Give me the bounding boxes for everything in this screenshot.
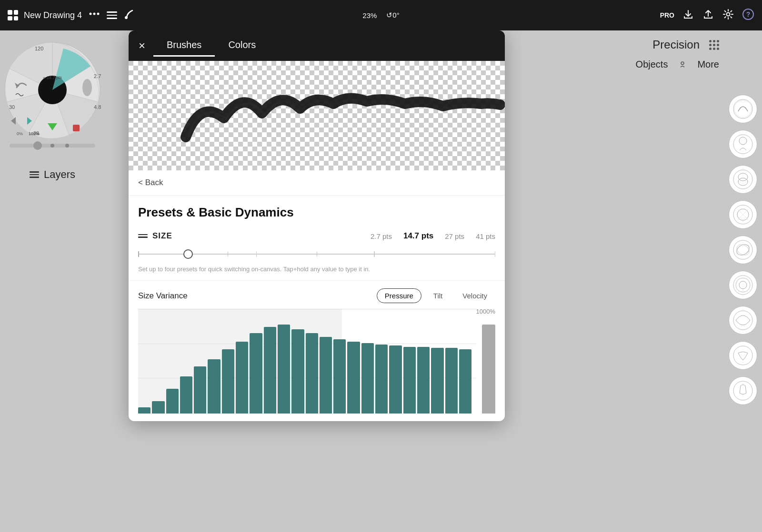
chart-bar bbox=[250, 333, 262, 414]
layers-button[interactable]: Layers bbox=[26, 167, 79, 183]
help-icon[interactable]: ? bbox=[742, 8, 754, 23]
objects-label[interactable]: Objects bbox=[636, 59, 668, 70]
more-label[interactable]: More bbox=[697, 59, 719, 70]
svg-point-2 bbox=[97, 13, 100, 15]
rotation-value[interactable]: ↺0° bbox=[386, 11, 399, 20]
brush-preview-1[interactable] bbox=[729, 95, 757, 123]
svg-point-36 bbox=[736, 278, 750, 292]
back-button[interactable]: < Back bbox=[129, 170, 505, 196]
preset-1[interactable]: 2.7 pts bbox=[371, 232, 392, 240]
svg-text:= 14.7 pts: = 14.7 pts bbox=[43, 75, 62, 80]
brush-preview-8[interactable] bbox=[729, 341, 757, 370]
svg-text:0%: 0% bbox=[17, 131, 23, 136]
back-label: < Back bbox=[138, 178, 163, 187]
chart-bar bbox=[431, 348, 443, 414]
section-title: Presets & Basic Dynamics bbox=[129, 196, 505, 224]
chart-bar bbox=[417, 347, 430, 414]
right-panel-header: Precision bbox=[591, 30, 724, 59]
svg-point-34 bbox=[735, 242, 751, 257]
app-title: New Drawing 4 bbox=[24, 10, 82, 20]
brush-tool-icon[interactable] bbox=[123, 8, 136, 23]
svg-text:2.7: 2.7 bbox=[94, 73, 101, 79]
svg-point-35 bbox=[733, 276, 752, 295]
topbar: New Drawing 4 23% ↺0° PRO ? bbox=[0, 0, 762, 30]
chart-bar bbox=[403, 347, 416, 414]
brush-preview-5[interactable] bbox=[729, 236, 757, 264]
brush-canvas-preview bbox=[129, 61, 505, 170]
tab-colors[interactable]: Colors bbox=[215, 35, 269, 57]
svg-point-37 bbox=[739, 281, 747, 289]
svg-point-4 bbox=[727, 12, 730, 16]
close-icon: × bbox=[139, 39, 145, 52]
brush-preview-2[interactable] bbox=[729, 130, 757, 158]
chart-bar bbox=[236, 342, 248, 414]
chart-bar bbox=[278, 325, 290, 414]
chart-bar bbox=[166, 389, 179, 414]
tab-tilt[interactable]: Tilt bbox=[425, 288, 451, 303]
tab-brushes[interactable]: Brushes bbox=[153, 35, 215, 57]
size-slider[interactable] bbox=[138, 247, 495, 261]
svg-point-26 bbox=[739, 137, 747, 145]
svg-point-1 bbox=[93, 13, 96, 15]
download-icon[interactable] bbox=[682, 8, 694, 23]
size-header: SIZE 2.7 pts 14.7 pts 27 pts 41 pts bbox=[138, 231, 495, 241]
svg-text:120: 120 bbox=[35, 46, 43, 51]
hamburger-icon[interactable] bbox=[107, 11, 117, 19]
size-label: SIZE bbox=[152, 231, 172, 241]
settings-icon[interactable] bbox=[722, 8, 734, 23]
svg-point-0 bbox=[90, 13, 92, 15]
tab-pressure[interactable]: Pressure bbox=[377, 288, 421, 303]
grid-icon[interactable] bbox=[8, 10, 18, 20]
preset-3[interactable]: 27 pts bbox=[445, 232, 464, 240]
chart-bar bbox=[459, 349, 471, 414]
chart-bar bbox=[320, 337, 332, 414]
topbar-right: PRO ? bbox=[400, 8, 754, 23]
chart-bar bbox=[333, 339, 346, 414]
zoom-level[interactable]: 23% bbox=[362, 11, 377, 20]
chart-bar bbox=[152, 401, 164, 414]
svg-rect-45 bbox=[129, 61, 505, 170]
svg-point-32 bbox=[733, 240, 752, 259]
topbar-center: 23% ↺0° bbox=[362, 11, 399, 20]
opacity-slider[interactable] bbox=[10, 144, 95, 148]
svg-marker-21 bbox=[11, 117, 16, 125]
chart-bar bbox=[180, 376, 192, 414]
chart-bar bbox=[208, 359, 220, 414]
brush-preview-6[interactable] bbox=[729, 271, 757, 299]
brush-preview-9[interactable] bbox=[729, 376, 757, 405]
chart-bar bbox=[222, 349, 234, 414]
chart-bar bbox=[347, 342, 360, 414]
brush-preview-7[interactable] bbox=[729, 306, 757, 335]
precision-label: Precision bbox=[652, 38, 700, 51]
preset-2-active[interactable]: 14.7 pts bbox=[403, 231, 433, 241]
preset-4[interactable]: 41 pts bbox=[476, 232, 495, 240]
dots-menu-icon[interactable] bbox=[88, 7, 101, 23]
brush-preview-3[interactable] bbox=[729, 165, 757, 194]
svg-rect-10 bbox=[73, 125, 80, 131]
svg-point-39 bbox=[733, 346, 752, 365]
svg-point-40 bbox=[733, 381, 752, 400]
svg-text:4.8: 4.8 bbox=[94, 104, 101, 110]
size-presets: 2.7 pts 14.7 pts 27 pts 41 pts bbox=[371, 231, 495, 241]
chart-bars-container bbox=[138, 309, 476, 414]
layers-label: Layers bbox=[44, 168, 75, 181]
svg-point-38 bbox=[733, 311, 752, 330]
tab-velocity[interactable]: Velocity bbox=[454, 288, 495, 303]
svg-point-23 bbox=[733, 99, 752, 118]
chart-bar bbox=[306, 333, 318, 414]
pro-badge: PRO bbox=[660, 11, 674, 19]
brush-preview-4[interactable] bbox=[729, 200, 757, 229]
chart-bar bbox=[291, 329, 304, 414]
chart-bar bbox=[138, 407, 150, 414]
chart-overflow-bar bbox=[482, 325, 495, 414]
chart-max-label: 1000% bbox=[476, 308, 495, 315]
variance-title: Size Variance bbox=[138, 291, 188, 301]
grid-dots-icon[interactable] bbox=[709, 40, 719, 50]
close-button[interactable]: × bbox=[130, 34, 153, 57]
chart-bar bbox=[445, 348, 458, 414]
radial-menu[interactable]: 120 2.7 4.8 28 30 = 14.7 pts 0% 100% bbox=[2, 40, 102, 140]
layers-icon bbox=[30, 171, 39, 178]
upload-icon[interactable] bbox=[702, 8, 714, 23]
svg-text:100%: 100% bbox=[29, 131, 40, 136]
svg-point-29 bbox=[738, 178, 748, 186]
